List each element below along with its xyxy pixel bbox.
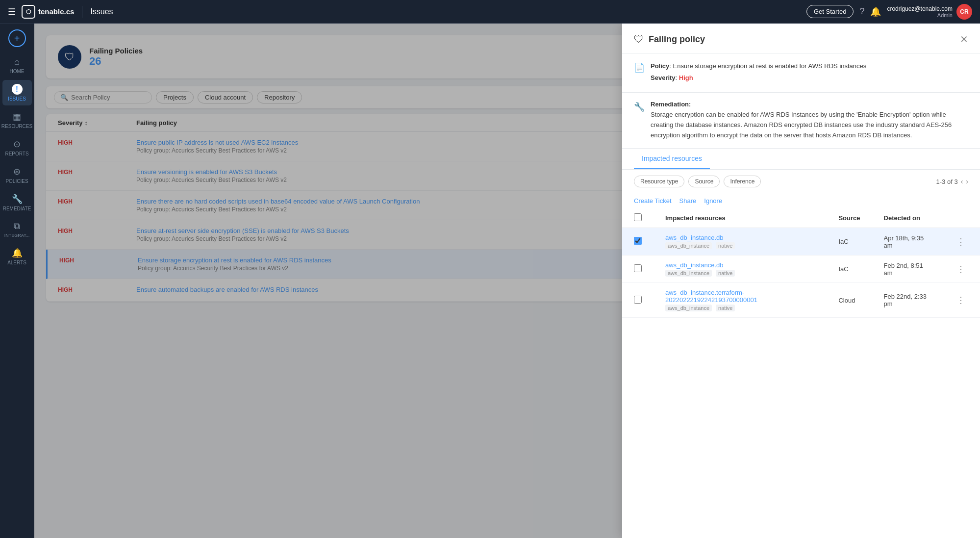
sidebar-item-issues[interactable]: ! ISSUES <box>2 80 32 105</box>
sidebar-item-home[interactable]: ⌂ HOME <box>2 53 32 78</box>
user-info: crodriguez@tenable.com Admin CR <box>887 4 972 20</box>
avatar[interactable]: CR <box>956 4 972 20</box>
resource-row[interactable]: aws_db_instance.terraform-20220222192242… <box>622 283 980 318</box>
alerts-icon: 🔔 <box>12 248 23 258</box>
row-checkbox-cell <box>622 228 653 256</box>
row-checkbox[interactable] <box>634 296 642 304</box>
integrations-icon: ⧉ <box>14 221 20 231</box>
sidebar-item-resources[interactable]: ▦ RESOURCES <box>2 107 32 133</box>
dim-overlay <box>34 24 622 538</box>
severity-label: Severity <box>651 74 676 81</box>
help-icon[interactable]: ? <box>859 6 864 17</box>
page-title: Issues <box>90 7 113 16</box>
sidebar-item-reports[interactable]: ⊙ REPORTS <box>2 135 32 160</box>
sidebar-item-integrations[interactable]: ⧉ INTEGRAT... <box>2 217 32 242</box>
panel-title: Failing policy <box>649 34 955 45</box>
panel-tabs: Impacted resources <box>622 149 980 170</box>
row-checkbox[interactable] <box>634 264 642 272</box>
share-link[interactable]: Share <box>679 197 697 205</box>
row-checkbox-cell <box>622 256 653 283</box>
more-actions-button[interactable]: ⋮ <box>954 294 968 307</box>
checkbox-column-header <box>622 208 653 228</box>
wrench-icon: 🔧 <box>634 102 645 140</box>
reports-icon: ⊙ <box>13 139 21 150</box>
actions-column-header <box>942 208 980 228</box>
resource-meta: aws_db_instance native <box>665 270 815 277</box>
source-badge: IaC <box>838 238 848 245</box>
sidebar-item-remediate[interactable]: 🔧 REMEDIATE <box>2 190 32 215</box>
resource-link[interactable]: aws_db_instance.terraform-20220222192242… <box>665 289 815 304</box>
close-button[interactable]: ✕ <box>960 33 968 45</box>
get-started-button[interactable]: Get Started <box>806 5 854 18</box>
more-actions-cell: ⋮ <box>942 256 980 283</box>
pagination: 1-3 of 3 ‹ › <box>936 178 968 185</box>
nav-divider <box>82 6 82 18</box>
user-email: crodriguez@tenable.com <box>887 5 953 12</box>
create-ticket-link[interactable]: Create Ticket <box>634 197 672 205</box>
next-page-button[interactable]: › <box>966 178 968 185</box>
row-checkbox[interactable] <box>634 237 642 245</box>
resource-meta: aws_db_instance native <box>665 305 815 311</box>
policy-label: Policy <box>651 62 669 70</box>
logo: ⬡ tenable.cs <box>22 5 74 19</box>
resource-tag-type: aws_db_instance <box>665 270 712 277</box>
filter-chips-bar: Resource type Source Inference 1-3 of 3 … <box>622 170 980 193</box>
sidebar-label-integrations: INTEGRAT... <box>4 233 29 238</box>
remediation-text: Storage encryption can be enabled for AW… <box>651 110 968 140</box>
resources-icon: ▦ <box>13 111 21 122</box>
ignore-link[interactable]: Ignore <box>704 197 722 205</box>
resource-row[interactable]: aws_db_instance.db aws_db_instance nativ… <box>622 256 980 283</box>
source-column-header: Source <box>827 208 872 228</box>
inference-chip[interactable]: Inference <box>724 176 761 187</box>
source-cell: Cloud <box>827 283 872 318</box>
panel-header: 🛡 Failing policy ✕ <box>622 24 980 53</box>
more-actions-cell: ⋮ <box>942 228 980 256</box>
topnav-right: Get Started ? 🔔 crodriguez@tenable.com A… <box>806 4 972 20</box>
add-button[interactable]: + <box>8 29 26 47</box>
sidebar-item-alerts[interactable]: 🔔 ALERTS <box>2 244 32 269</box>
logo-text: tenable.cs <box>38 7 74 16</box>
detected-on-cell: Feb 22nd, 2:33 pm <box>872 283 942 318</box>
policy-info-section: 📄 Policy: Ensure storage encryption at r… <box>622 53 980 93</box>
resources-table: Impacted resources Source Detected on aw… <box>622 208 980 318</box>
detected-on-value: Apr 18th, 9:35 am <box>884 234 924 249</box>
resource-meta: aws_db_instance native <box>665 242 815 249</box>
remediation-title: Remediation: <box>651 101 968 108</box>
sidebar-label-issues: ISSUES <box>8 96 26 102</box>
source-chip[interactable]: Source <box>688 176 720 187</box>
tab-list: Impacted resources <box>634 149 968 169</box>
menu-icon[interactable]: ☰ <box>8 6 16 17</box>
prev-page-button[interactable]: ‹ <box>961 178 963 185</box>
more-actions-button[interactable]: ⋮ <box>954 235 968 248</box>
user-role: Admin <box>887 12 953 18</box>
tab-impacted-resources[interactable]: Impacted resources <box>634 149 710 169</box>
pagination-text: 1-3 of 3 <box>936 178 958 185</box>
resource-name-cell: aws_db_instance.terraform-20220222192242… <box>653 283 827 318</box>
policies-icon: ⊛ <box>13 166 21 177</box>
resource-row[interactable]: aws_db_instance.db aws_db_instance nativ… <box>622 228 980 256</box>
action-links: Create Ticket Share Ignore <box>622 193 980 208</box>
panel-shield-icon: 🛡 <box>634 34 644 45</box>
resource-type-chip[interactable]: Resource type <box>634 176 684 187</box>
policy-text: Ensure storage encryption at rest is ena… <box>673 62 867 70</box>
resource-link[interactable]: aws_db_instance.db <box>665 261 815 269</box>
logo-icon: ⬡ <box>22 5 35 19</box>
sidebar-item-policies[interactable]: ⊛ POLICIES <box>2 162 32 188</box>
resource-tag-type: aws_db_instance <box>665 305 712 311</box>
resource-tag-native: native <box>716 270 735 277</box>
sidebar-label-alerts: ALERTS <box>7 260 26 265</box>
sidebar-label-policies: POLICIES <box>5 179 28 184</box>
home-icon: ⌂ <box>14 57 20 67</box>
notification-icon[interactable]: 🔔 <box>870 6 881 17</box>
resource-link[interactable]: aws_db_instance.db <box>665 234 815 241</box>
issues-icon: ! <box>12 84 23 95</box>
remediation-section: 🔧 Remediation: Storage encryption can be… <box>622 93 980 149</box>
resources-table-header: Impacted resources Source Detected on <box>622 208 980 228</box>
more-actions-button[interactable]: ⋮ <box>954 263 968 276</box>
select-all-checkbox[interactable] <box>634 213 642 221</box>
detected-on-value: Feb 2nd, 8:51 am <box>884 262 923 277</box>
impacted-resources-column-header: Impacted resources <box>653 208 827 228</box>
source-cell: IaC <box>827 228 872 256</box>
row-checkbox-cell <box>622 283 653 318</box>
resource-tag-native: native <box>716 242 735 249</box>
